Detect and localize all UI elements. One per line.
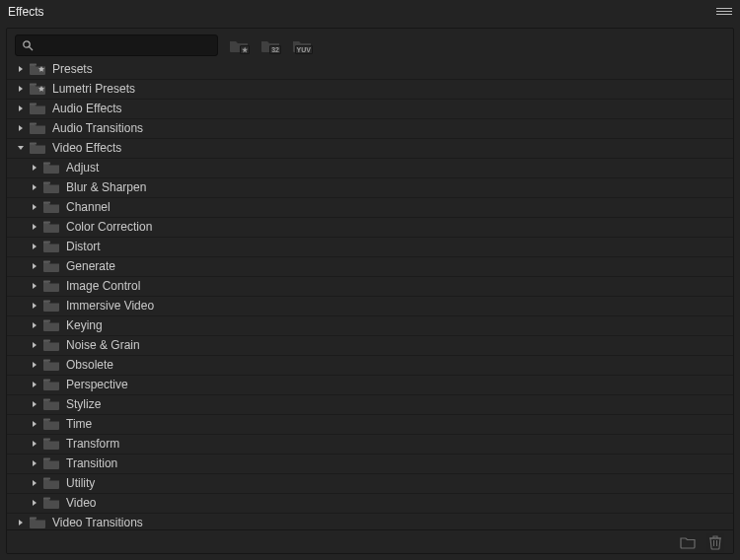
- chevron-right-icon[interactable]: [29, 420, 40, 428]
- chevron-right-icon[interactable]: [15, 519, 27, 526]
- chevron-right-icon[interactable]: [29, 243, 40, 250]
- tree-row[interactable]: Adjust: [7, 159, 733, 178]
- chevron-right-icon[interactable]: [29, 203, 40, 211]
- tree-row-label: Image Control: [66, 279, 140, 293]
- chevron-right-icon[interactable]: [29, 282, 40, 290]
- tree-row[interactable]: Perspective: [7, 376, 733, 395]
- tree-row[interactable]: Presets: [7, 60, 733, 80]
- svg-rect-6: [30, 143, 37, 145]
- chevron-right-icon[interactable]: [29, 183, 40, 191]
- tree-row[interactable]: Lumetri Presets: [7, 80, 733, 100]
- chevron-right-icon[interactable]: [29, 262, 40, 270]
- folder-icon: [42, 279, 60, 293]
- chevron-right-icon[interactable]: [15, 85, 27, 93]
- chevron-right-icon[interactable]: [29, 302, 40, 310]
- folder-icon: [29, 516, 46, 529]
- tree-row-label: Video Transitions: [52, 516, 143, 529]
- svg-rect-12: [43, 261, 50, 263]
- effects-tree[interactable]: Presets Lumetri Presets Audio Effects Au…: [7, 60, 733, 530]
- svg-rect-5: [30, 123, 37, 125]
- chevron-right-icon[interactable]: [29, 164, 40, 172]
- tree-row[interactable]: Blur & Sharpen: [7, 178, 733, 198]
- svg-rect-15: [43, 320, 50, 322]
- chevron-right-icon[interactable]: [29, 381, 40, 388]
- chevron-right-icon[interactable]: [29, 499, 40, 507]
- tree-row[interactable]: Obsolete: [7, 356, 733, 376]
- tree-row-label: Video Effects: [52, 141, 121, 155]
- chevron-right-icon[interactable]: [29, 361, 40, 369]
- svg-rect-18: [43, 380, 50, 382]
- chevron-right-icon[interactable]: [29, 321, 40, 329]
- chevron-right-icon[interactable]: [15, 105, 27, 112]
- tree-row[interactable]: Video: [7, 494, 733, 514]
- search-input[interactable]: [34, 38, 211, 52]
- panel-title: Effects: [8, 5, 43, 19]
- chevron-right-icon[interactable]: [29, 400, 40, 408]
- search-icon: [22, 39, 34, 51]
- trash-icon: [708, 534, 722, 550]
- folder-icon: [42, 180, 60, 194]
- tree-row[interactable]: Time: [7, 415, 733, 435]
- panel-menu-button[interactable]: [716, 4, 732, 20]
- chevron-right-icon[interactable]: [29, 479, 40, 487]
- filter-badge-label: ★: [240, 45, 250, 54]
- tree-row[interactable]: Color Correction: [7, 218, 733, 238]
- tree-row[interactable]: Distort: [7, 238, 733, 257]
- chevron-down-icon[interactable]: [15, 144, 27, 152]
- folder-icon: [42, 378, 60, 391]
- tree-row[interactable]: Noise & Grain: [7, 336, 733, 356]
- tree-row-label: Generate: [66, 259, 115, 273]
- effects-toolbar: ★ 32 YUV: [7, 29, 733, 60]
- tree-row[interactable]: Utility: [7, 474, 733, 494]
- search-field-wrap[interactable]: [15, 35, 218, 56]
- filter-accelerated-button[interactable]: ★: [228, 36, 250, 54]
- tree-row-label: Stylize: [66, 397, 101, 411]
- panel-footer: [7, 529, 733, 553]
- filter-badge-label: YUV: [295, 45, 313, 54]
- tree-row[interactable]: Transform: [7, 435, 733, 455]
- tree-row[interactable]: Channel: [7, 198, 733, 218]
- tree-row[interactable]: Keying: [7, 316, 733, 336]
- tree-row[interactable]: Video Effects: [7, 139, 733, 159]
- chevron-right-icon[interactable]: [15, 124, 27, 132]
- svg-rect-24: [43, 498, 50, 500]
- folder-icon: [42, 240, 60, 253]
- tree-row[interactable]: Audio Transitions: [7, 119, 733, 139]
- svg-rect-20: [43, 419, 50, 421]
- filter-32bit-button[interactable]: 32: [259, 36, 281, 54]
- folder-icon: [42, 456, 60, 470]
- folder-icon: [29, 102, 46, 115]
- chevron-right-icon[interactable]: [15, 65, 27, 73]
- svg-rect-16: [43, 340, 50, 342]
- folder-icon: [42, 338, 60, 352]
- new-bin-button[interactable]: [680, 534, 696, 550]
- preset-folder-icon: [29, 62, 46, 76]
- svg-rect-17: [43, 360, 50, 362]
- delete-button[interactable]: [707, 534, 723, 550]
- chevron-right-icon[interactable]: [29, 440, 40, 448]
- panel-titlebar: Effects: [0, 0, 740, 24]
- svg-rect-22: [43, 458, 50, 460]
- tree-row[interactable]: Video Transitions: [7, 514, 733, 530]
- folder-icon: [42, 417, 60, 431]
- tree-row[interactable]: Generate: [7, 257, 733, 277]
- tree-row[interactable]: Immersive Video: [7, 297, 733, 316]
- tree-row[interactable]: Image Control: [7, 277, 733, 297]
- folder-icon: [42, 437, 60, 451]
- svg-rect-10: [43, 222, 50, 224]
- tree-row-label: Utility: [66, 476, 95, 490]
- tree-row-label: Immersive Video: [66, 299, 154, 313]
- chevron-right-icon[interactable]: [29, 223, 40, 231]
- tree-row[interactable]: Transition: [7, 455, 733, 474]
- tree-row-label: Channel: [66, 200, 111, 214]
- chevron-right-icon[interactable]: [29, 459, 40, 467]
- chevron-right-icon[interactable]: [29, 341, 40, 349]
- tree-row[interactable]: Audio Effects: [7, 100, 733, 119]
- svg-point-0: [24, 40, 30, 46]
- folder-icon: [42, 496, 60, 510]
- svg-rect-4: [30, 104, 37, 105]
- svg-rect-7: [43, 163, 50, 165]
- tree-row[interactable]: Stylize: [7, 395, 733, 415]
- folder-icon: [42, 259, 60, 273]
- filter-yuv-button[interactable]: YUV: [291, 36, 313, 54]
